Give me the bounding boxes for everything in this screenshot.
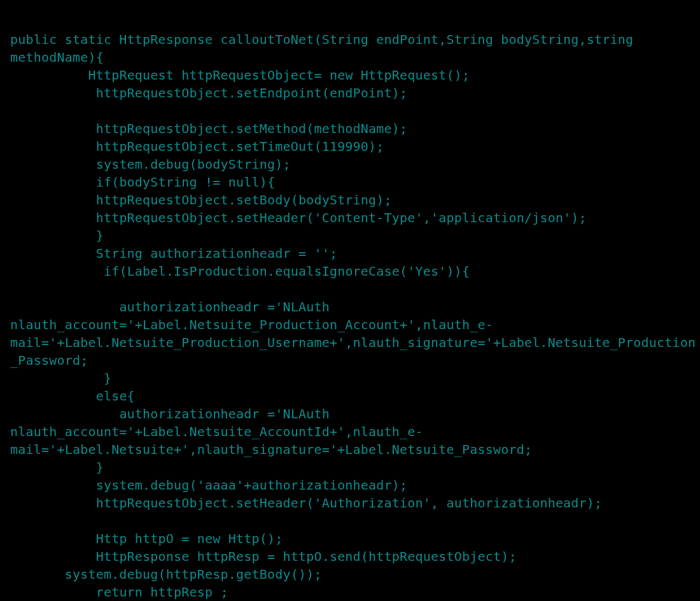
code-block: public static HttpResponse calloutToNet(… [10,31,700,601]
